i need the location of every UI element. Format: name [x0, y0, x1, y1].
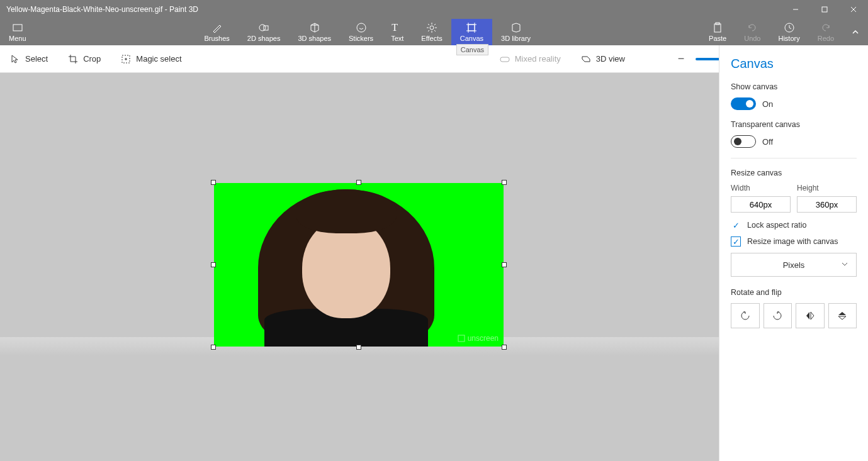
show-canvas-state: On: [762, 99, 773, 109]
flip-v-icon: [837, 310, 848, 321]
text-icon: T: [392, 22, 403, 33]
svg-rect-6: [264, 26, 268, 30]
rotate-cw-button[interactable]: [764, 303, 792, 328]
show-canvas-toggle[interactable]: [731, 97, 756, 110]
3dshapes-icon: [309, 22, 320, 33]
tab-3d-shapes[interactable]: 3D shapes: [289, 19, 340, 45]
undo-button[interactable]: Undo: [735, 19, 769, 45]
svg-line-13: [428, 24, 429, 25]
resize-canvas-label: Resize canvas: [731, 169, 857, 177]
tab-3d-library[interactable]: 3D library: [492, 19, 539, 45]
tab-brushes[interactable]: Brushes: [195, 19, 238, 45]
window-controls: [781, 0, 868, 19]
titlebar: Yellow-Magenta-Black-White-Neo-unscreen.…: [0, 0, 868, 19]
svg-line-14: [434, 30, 436, 31]
crop-tool[interactable]: Crop: [58, 45, 111, 72]
redo-icon: [820, 22, 831, 33]
rotate-ccw-button[interactable]: [731, 303, 760, 328]
resize-handle-bc[interactable]: [356, 345, 361, 350]
history-button[interactable]: History: [769, 19, 808, 45]
3d-view-button[interactable]: 3D view: [571, 45, 635, 72]
zoom-out-button[interactable]: −: [673, 51, 689, 67]
brush-icon: [211, 22, 223, 33]
minimize-button[interactable]: [781, 0, 810, 19]
canvas-icon: [466, 22, 477, 33]
rotate-flip-label: Rotate and flip: [731, 288, 857, 297]
stickers-icon: [356, 22, 367, 33]
resize-handle-mr[interactable]: [502, 262, 507, 267]
3dview-icon: [581, 54, 591, 64]
mixed-reality-icon: [500, 54, 510, 64]
lock-aspect-checkbox[interactable]: ✓ Lock aspect ratio: [731, 220, 857, 230]
tab-stickers[interactable]: Stickers: [340, 19, 382, 45]
svg-line-16: [428, 30, 429, 31]
rotate-cw-icon: [772, 310, 783, 321]
effects-icon: [426, 22, 437, 33]
svg-rect-26: [500, 57, 509, 62]
transparent-canvas-label: Transparent canvas: [731, 120, 857, 129]
chevron-down-icon: [841, 260, 848, 270]
collapse-ribbon-button[interactable]: [843, 19, 868, 45]
3dlibrary-icon: [510, 22, 522, 33]
magic-select-icon: [121, 54, 131, 64]
resize-handle-ml[interactable]: [211, 262, 216, 267]
cursor-icon: [10, 54, 20, 64]
watermark-icon: [458, 335, 465, 342]
check-icon: ✓: [731, 220, 741, 230]
redo-button[interactable]: Redo: [809, 19, 843, 45]
canvas-image[interactable]: unscreen: [214, 183, 504, 347]
height-input[interactable]: [797, 196, 857, 213]
svg-rect-4: [13, 25, 22, 31]
mixed-reality-button: Mixed reality: [490, 45, 571, 72]
check-icon: ✓: [731, 236, 741, 247]
show-canvas-label: Show canvas: [731, 82, 857, 91]
window-title: Yellow-Magenta-Black-White-Neo-unscreen.…: [6, 5, 198, 14]
maximize-button[interactable]: [810, 0, 839, 19]
width-label: Width: [731, 184, 791, 192]
ribbon: Menu Brushes 2D shapes 3D shapes Sticker…: [0, 19, 868, 45]
paste-icon: [712, 22, 723, 33]
units-dropdown[interactable]: Pixels: [731, 253, 857, 277]
svg-point-7: [357, 23, 366, 32]
resize-handle-bl[interactable]: [211, 345, 216, 350]
transparent-canvas-toggle[interactable]: [731, 135, 756, 148]
menu-label: Menu: [9, 35, 26, 42]
paste-button[interactable]: Paste: [700, 19, 735, 45]
resize-handle-tc[interactable]: [356, 180, 361, 185]
select-tool[interactable]: Select: [0, 45, 58, 72]
svg-point-8: [430, 26, 434, 30]
resize-handle-br[interactable]: [502, 345, 507, 350]
tab-text[interactable]: T Text: [382, 19, 412, 45]
undo-icon: [747, 22, 758, 33]
flip-h-icon: [804, 310, 816, 321]
resize-handle-tr[interactable]: [502, 180, 507, 185]
width-input[interactable]: [731, 196, 791, 213]
crop-icon: [68, 54, 78, 64]
canvas-tooltip: Canvas: [456, 44, 488, 55]
tab-2d-shapes[interactable]: 2D shapes: [239, 19, 290, 45]
workspace[interactable]: unscreen: [0, 73, 719, 461]
svg-rect-1: [822, 7, 827, 12]
tab-effects[interactable]: Effects: [412, 19, 451, 45]
flip-vertical-button[interactable]: [828, 303, 857, 328]
panel-title: Canvas: [731, 57, 857, 71]
rotate-ccw-icon: [740, 310, 751, 321]
canvas-selection[interactable]: unscreen: [214, 183, 504, 347]
resize-handle-tl[interactable]: [211, 180, 216, 185]
close-button[interactable]: [839, 0, 868, 19]
flip-horizontal-button[interactable]: [796, 303, 825, 328]
svg-rect-22: [714, 24, 721, 32]
svg-line-15: [434, 24, 436, 25]
2dshapes-icon: [258, 22, 269, 33]
svg-rect-27: [458, 335, 465, 342]
height-label: Height: [797, 184, 857, 192]
magic-select-tool[interactable]: Magic select: [111, 45, 191, 72]
resize-image-checkbox[interactable]: ✓ Resize image with canvas: [731, 236, 857, 247]
canvas-panel: Canvas Show canvas On Transparent canvas…: [719, 45, 868, 461]
transparent-canvas-state: Off: [762, 137, 773, 147]
watermark: unscreen: [458, 334, 499, 343]
menu-button[interactable]: Menu: [0, 19, 35, 45]
tab-canvas[interactable]: Canvas Canvas: [451, 19, 492, 45]
svg-rect-17: [468, 25, 475, 31]
history-icon: [784, 22, 795, 33]
